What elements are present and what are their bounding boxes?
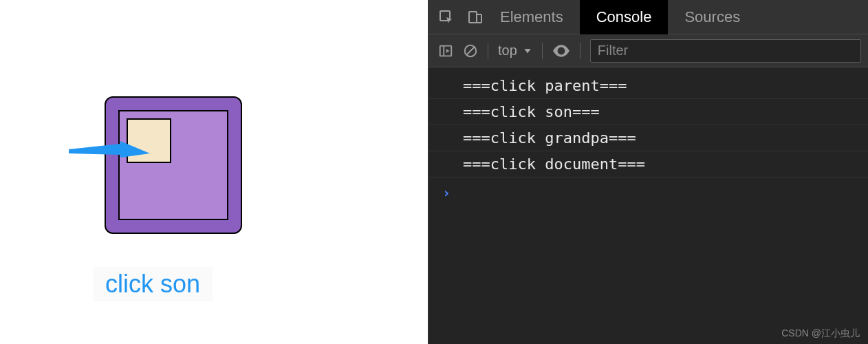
device-toggle-icon[interactable] <box>467 9 484 25</box>
grandpa-box[interactable] <box>105 96 242 234</box>
toolbar-divider <box>542 43 543 59</box>
svg-rect-3 <box>477 14 481 23</box>
tab-icon-group <box>428 9 484 25</box>
svg-line-8 <box>467 47 475 54</box>
console-output: ===click parent=== ===click son=== ===cl… <box>428 67 868 344</box>
filter-input[interactable] <box>590 39 861 63</box>
parent-box[interactable] <box>118 110 228 220</box>
nested-boxes <box>105 96 242 234</box>
chevron-down-icon <box>523 46 532 56</box>
toolbar-divider <box>488 43 488 59</box>
console-line: ===click parent=== <box>428 73 868 99</box>
console-line: ===click document=== <box>428 151 868 178</box>
console-line: ===click son=== <box>428 99 868 125</box>
live-expression-icon[interactable] <box>552 44 570 58</box>
svg-rect-4 <box>440 45 452 56</box>
svg-point-10 <box>559 48 564 53</box>
son-box[interactable] <box>127 118 171 163</box>
svg-marker-9 <box>524 49 530 53</box>
devtools-panel: Elements Console Sources top <box>428 0 868 344</box>
tab-sources[interactable]: Sources <box>668 0 757 34</box>
caption-label: click son <box>93 267 213 301</box>
devtools-tabs-row: Elements Console Sources <box>428 0 868 34</box>
context-selector[interactable]: top <box>498 43 532 58</box>
clear-console-icon[interactable] <box>463 43 478 58</box>
watermark: CSDN @江小虫儿 <box>781 327 860 340</box>
inspect-icon[interactable] <box>438 9 455 25</box>
console-prompt[interactable]: › <box>428 178 868 206</box>
svg-rect-2 <box>469 12 477 23</box>
console-toolbar: top <box>428 34 868 67</box>
toolbar-divider <box>580 43 581 59</box>
console-line: ===click grandpa=== <box>428 125 868 151</box>
tab-elements[interactable]: Elements <box>484 0 580 34</box>
svg-marker-6 <box>446 49 450 53</box>
tab-console[interactable]: Console <box>580 0 669 34</box>
page-preview-panel: click son <box>0 0 428 344</box>
context-label: top <box>498 43 517 58</box>
show-sidebar-icon[interactable] <box>438 43 453 58</box>
